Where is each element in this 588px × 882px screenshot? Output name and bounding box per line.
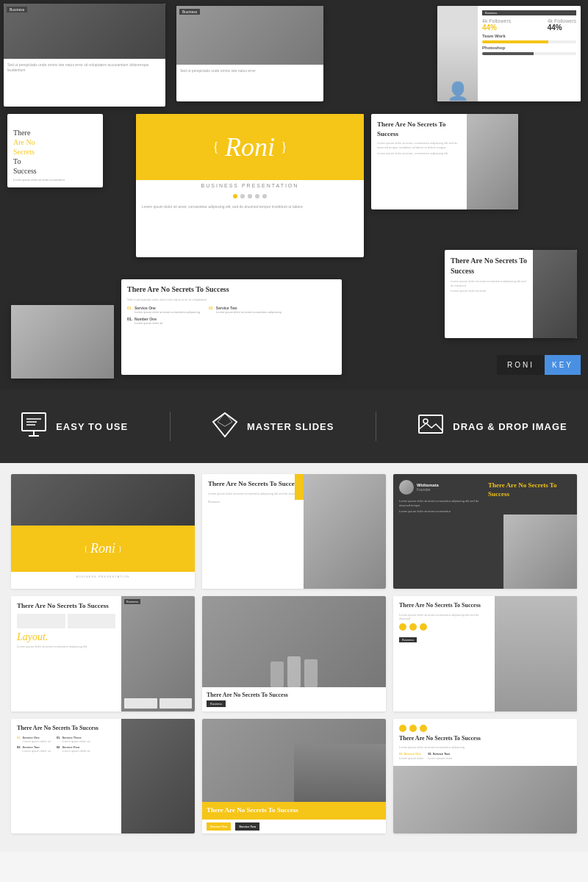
slide-main-roni: { Roni } BUSINESS PRESENTATION Lorem ips… [136, 114, 364, 257]
grid-svc2-9: 02. Service Two [428, 752, 452, 756]
grid-dark-secrets: There Are No Secrets To Success [485, 478, 577, 501]
grid-svc2-9-d: Lorem ipsum dolor [428, 756, 452, 760]
svc-three-d: Lorem ipsum dolor sit [62, 739, 90, 743]
grid-roni-name: Roni [90, 541, 115, 556]
grid-body-2: Lorem ipsum dolor sit amet consectetur a… [208, 492, 306, 495]
presentation-icon [21, 412, 47, 442]
slide-main-body: Lorem ipsum dolor sit amet, consectetur … [136, 201, 364, 212]
secrets-body-r2: Lorem ipsum dolor sit amet, consectetur … [377, 151, 461, 156]
grid-svc1-9-d: Lorem ipsum dolor [399, 756, 423, 760]
grid-row-2: There Are No Secrets To Success Layout. … [11, 596, 577, 711]
grid-city-svc2: Service Two [239, 825, 256, 828]
grid-roni-sub: BUSINESS PRESENTATION [14, 575, 192, 578]
svg-marker-7 [218, 413, 232, 426]
svc-one-d: Lorem ipsum dolor sit [23, 739, 51, 743]
service-two-desc: Lorem ipsum dolor sit amet consectetur a… [216, 310, 282, 314]
grid-circles-body: Lorem ipsum dolor sit amet consectetur a… [399, 745, 571, 749]
grid-cell-building: There Are No Secrets To Success Lorem ip… [202, 474, 386, 589]
slide-thumb-right-mid: There Are No Secrets To Success Lorem ip… [445, 250, 577, 338]
grid-person-secrets: There Are No Secrets To Success [399, 602, 489, 609]
grid-cell-dark: Widiamata Founder Lorem ipsum dolor sit … [393, 474, 577, 589]
feature-drag-drop: DRAG & DROP IMAGE [417, 412, 567, 442]
grid-team-biz: Business [207, 700, 226, 707]
grid-row-1: { Roni } BUSINESS PRESENTATION There Are… [11, 474, 577, 589]
grid-person-title: Founder [417, 487, 439, 492]
slide-label-3: Business [482, 10, 576, 15]
secrets-body-r: Lorem ipsum dolor sit amet, consectetur … [377, 141, 461, 149]
grid-team-secrets: There Are No Secrets To Success [207, 692, 381, 698]
grid-biz-4: Business [124, 599, 140, 604]
slide-thumb-services: There Are No Secrets To Success Sed ut p… [121, 279, 342, 375]
slide-label-2: Business [179, 9, 200, 15]
grid-dark-body: Lorem ipsum dolor sit amet consectetur a… [399, 499, 479, 507]
grid-cell-layout: There Are No Secrets To Success Layout. … [11, 596, 195, 711]
slide-secrets-left: ThereAre NoSecretsToSuccess [13, 128, 97, 176]
grid-city-svc1: Service One [210, 825, 227, 828]
divider-1 [170, 412, 171, 441]
slide-text-2: Sed ut perspiciatis unde omnis iste natu… [180, 68, 320, 74]
grid-layout-label: Layout. [17, 631, 115, 643]
grid-circles-row-9 [399, 725, 571, 732]
roni-key-badge: RONI KEY [497, 355, 581, 375]
service-one-desc: Lorem ipsum dolor sit amet consectetur a… [135, 310, 200, 314]
grid-services-heading: There Are No Secrets To Success [17, 725, 115, 732]
feature-master-slides: MASTER SLIDES [212, 412, 334, 442]
slide-text: Sed ut perspiciatis unde omnis iste natu… [7, 62, 162, 73]
svg-marker-6 [213, 413, 237, 437]
grid-cell-roni: { Roni } BUSINESS PRESENTATION [11, 474, 195, 589]
grid-biz-2: Business [208, 500, 306, 503]
secrets-right-mid-body: Lorem ipsum dolor sit amet consectetur a… [451, 279, 527, 287]
grid-cell-team: There Are No Secrets To Success Business [202, 596, 386, 711]
service-num-one-desc: Lorem ipsum dolor sit [135, 321, 162, 325]
slide-thumb-building [11, 305, 114, 379]
slide-thumb-left: ThereAre NoSecretsToSuccess Lorem ipsum … [7, 114, 103, 187]
grid-dark-body2: Lorem ipsum dolor sit amet consectetur [399, 509, 479, 514]
slide-left-text: Lorem ipsum dolor sit amet consectetur [13, 178, 97, 182]
image-icon [417, 412, 444, 442]
grid-secrets-4: There Are No Secrets To Success [17, 602, 115, 611]
feature-easy-to-use: EASY TO USE [21, 412, 128, 442]
grid-cell-services: There Are No Secrets To Success 01. Serv… [11, 719, 195, 833]
grid-biz-6: Business [399, 637, 417, 642]
divider-2 [376, 412, 376, 441]
grid-layout-body: Lorem ipsum dolor sit amet consectetur a… [17, 645, 115, 648]
slide-label: Business [7, 7, 27, 12]
svg-rect-8 [419, 415, 442, 433]
diamond-icon [212, 412, 238, 442]
svc-two-d: Lorem ipsum dolor sit [23, 749, 51, 753]
services-sub: Sed ut perspiciatis unde omnis iste natu… [127, 298, 336, 301]
grid-cell-circles-secrets: There Are No Secrets To Success Lorem ip… [393, 719, 577, 833]
svg-point-9 [423, 419, 428, 423]
secrets-right-mid-body2: Lorem ipsum dolor sit amet [451, 289, 527, 293]
slide-thumb-top-left: Business Sed ut perspiciatis unde omnis … [4, 4, 165, 107]
features-banner: EASY TO USE MASTER SLIDES DRAG & DROP IM… [0, 390, 588, 463]
secrets-right-mid: There Are No Secrets To Success [451, 256, 527, 276]
grid-row-3: There Are No Secrets To Success 01. Serv… [11, 719, 577, 833]
grid-svc1-9: 01. Service One [399, 752, 423, 756]
grid-cell-person-circles: There Are No Secrets To Success Lorem ip… [393, 596, 577, 711]
grid-person-body: Lorem ipsum dolor sit amet consectetur a… [399, 613, 489, 620]
teamwork-label: Team Work [482, 34, 576, 38]
grid-circles-row [399, 623, 489, 631]
slide-thumb-heading: There Are No Secrets To Success Lorem ip… [371, 114, 518, 209]
grid-city-secrets: There Are No Secrets To Success [207, 806, 381, 815]
top-collage: Business Sed ut perspiciatis unde omnis … [0, 0, 588, 390]
grid-cell-city: There Are No Secrets To Success Service … [202, 719, 386, 833]
slide-thumb-top-center: Business Sed ut perspiciatis unde omnis … [176, 6, 323, 101]
slide-thumb-top-right: Business 4k Followers44% 4k Followers44%… [437, 6, 581, 101]
grid-secrets-2: There Are No Secrets To Success [208, 480, 306, 489]
services-heading: There Are No Secrets To Success [127, 285, 336, 293]
photoshop-label: Photoshop [482, 46, 576, 50]
secrets-heading-r: There Are No Secrets To Success [377, 120, 461, 138]
svc-four-d: Lorem ipsum dolor sit [62, 749, 90, 753]
grid-circles-secrets: There Are No Secrets To Success [399, 735, 571, 742]
slides-collage: Business Sed ut perspiciatis unde omnis … [0, 0, 588, 390]
slide-grid: { Roni } BUSINESS PRESENTATION There Are… [0, 463, 588, 852]
